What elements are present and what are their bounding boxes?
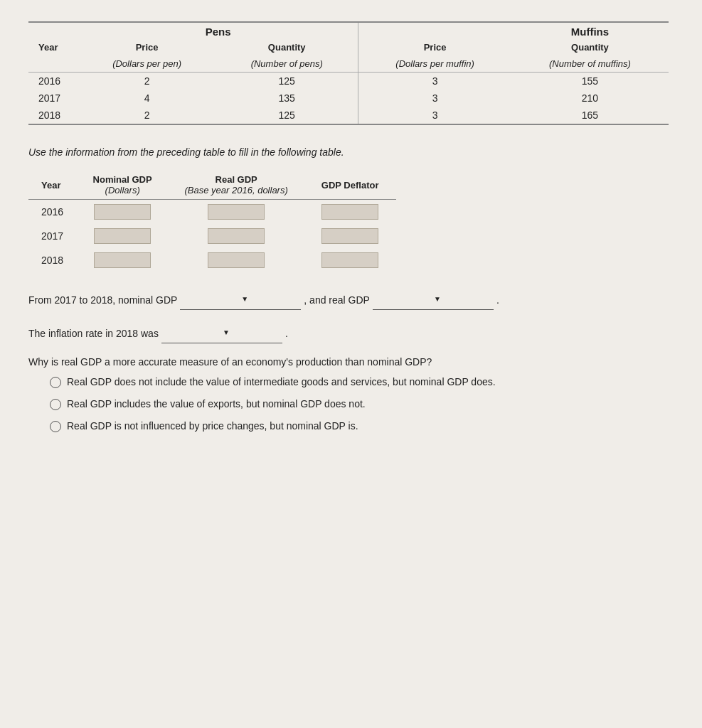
- fill-table-section: Year Nominal GDP (Dollars) Real GDP (Bas…: [28, 171, 396, 272]
- inflation-dropdown-value: [164, 323, 221, 343]
- year-sub: [28, 55, 78, 73]
- fill-real-unit: (Base year 2016, dollars): [181, 185, 291, 196]
- nominal-gdp-input-cell: [76, 200, 169, 225]
- pen-price-cell: 4: [78, 90, 216, 107]
- radio-option-0[interactable]: Real GDP does not include the value of i…: [28, 376, 674, 388]
- dropdown-arrow-1: ▼: [241, 292, 298, 306]
- sentence1-suffix: .: [496, 290, 499, 310]
- real-gdp-input[interactable]: [208, 204, 265, 220]
- nominal-gdp-input[interactable]: [94, 252, 151, 268]
- nominal-gdp-input[interactable]: [94, 228, 151, 244]
- deflator-input-cell: [304, 224, 396, 248]
- dropdown-arrow-2: ▼: [434, 292, 491, 306]
- radio-circle-0[interactable]: [50, 377, 61, 388]
- sentence1-block: From 2017 to 2018, nominal GDP ▼ , and r…: [28, 289, 674, 310]
- muffin-price-header: Price: [358, 39, 511, 55]
- fill-nominal-unit: (Dollars): [89, 185, 156, 196]
- dropdown-arrow-3: ▼: [223, 326, 280, 340]
- nominal-gdp-input[interactable]: [94, 204, 151, 220]
- sentence1-line: From 2017 to 2018, nominal GDP ▼ , and r…: [28, 289, 674, 310]
- deflator-input-cell: [304, 200, 396, 225]
- top-table-row: 2016 2 125 3 155: [28, 73, 669, 90]
- fill-real-header: Real GDP: [181, 174, 291, 185]
- question-text: Why is real GDP a more accurate measure …: [28, 356, 674, 368]
- fill-table-row: 2016: [28, 200, 396, 225]
- sentence2-prefix: The inflation rate in 2018 was: [28, 323, 159, 343]
- instruction-text: Use the information from the preceding t…: [28, 146, 674, 158]
- year-header: Year: [28, 39, 78, 55]
- fill-year-cell: 2017: [28, 224, 76, 248]
- real-gdp-input[interactable]: [208, 252, 265, 268]
- pen-price-header: Price: [78, 39, 216, 55]
- deflator-input[interactable]: [321, 204, 378, 220]
- real-gdp-input-cell: [169, 248, 304, 272]
- deflator-input-cell: [304, 248, 396, 272]
- radio-circle-2[interactable]: [50, 421, 61, 432]
- fill-deflator-header: GDP Deflator: [304, 171, 396, 199]
- top-table-row: 2017 4 135 3 210: [28, 90, 669, 107]
- top-year-cell: 2017: [28, 90, 78, 107]
- nominal-gdp-input-cell: [76, 248, 169, 272]
- fill-year-cell: 2016: [28, 200, 76, 225]
- pen-price-unit: (Dollars per pen): [78, 55, 216, 73]
- real-gdp-dropdown[interactable]: ▼: [373, 289, 494, 310]
- radio-option-1[interactable]: Real GDP includes the value of exports, …: [28, 398, 674, 410]
- fill-table-row: 2018: [28, 248, 396, 272]
- sentence2-line: The inflation rate in 2018 was ▼ .: [28, 323, 674, 343]
- pen-qty-unit: (Number of pens): [216, 55, 358, 73]
- radio-circle-1[interactable]: [50, 399, 61, 410]
- pen-price-cell: 2: [78, 73, 216, 90]
- muffin-qty-unit: (Number of muffins): [511, 55, 669, 73]
- deflator-input[interactable]: [321, 252, 378, 268]
- top-table-row: 2018 2 125 3 165: [28, 107, 669, 124]
- data-table-section: Pens Muffins Year Price Quantity Price Q…: [28, 21, 674, 125]
- sentence1-prefix: From 2017 to 2018, nominal GDP: [28, 290, 177, 310]
- real-gdp-input-cell: [169, 200, 304, 225]
- sentence1-middle: , and real GDP: [304, 290, 370, 310]
- radio-label-0: Real GDP does not include the value of i…: [67, 376, 496, 387]
- sentence2-suffix: .: [285, 323, 288, 343]
- pens-group-header: Pens: [78, 22, 358, 39]
- fill-table-row: 2017: [28, 224, 396, 248]
- top-year-cell: 2016: [28, 73, 78, 90]
- question-block: Why is real GDP a more accurate measure …: [28, 356, 674, 432]
- pen-qty-cell: 125: [216, 107, 358, 124]
- fill-year-header: Year: [28, 171, 76, 199]
- deflator-input[interactable]: [321, 228, 378, 244]
- nominal-gdp-dropdown[interactable]: ▼: [180, 289, 301, 310]
- nominal-gdp-input-cell: [76, 224, 169, 248]
- muffin-price-cell: 3: [358, 90, 511, 107]
- inflation-dropdown[interactable]: ▼: [161, 323, 282, 343]
- fill-nominal-header: Nominal GDP: [89, 174, 156, 185]
- muffin-price-cell: 3: [358, 73, 511, 90]
- sentence2-block: The inflation rate in 2018 was ▼ .: [28, 323, 674, 343]
- real-gdp-input[interactable]: [208, 228, 265, 244]
- pen-qty-header: Quantity: [216, 39, 358, 55]
- muffins-group-header: Muffins: [511, 22, 669, 39]
- muffin-qty-cell: 155: [511, 73, 669, 90]
- muffin-price-cell: 3: [358, 107, 511, 124]
- top-year-cell: 2018: [28, 107, 78, 124]
- fill-year-cell: 2018: [28, 248, 76, 272]
- radio-label-2: Real GDP is not influenced by price chan…: [67, 420, 358, 432]
- radio-option-2[interactable]: Real GDP is not influenced by price chan…: [28, 420, 674, 432]
- muffin-qty-cell: 210: [511, 90, 669, 107]
- nominal-gdp-dropdown-value: [183, 289, 240, 309]
- real-gdp-input-cell: [169, 224, 304, 248]
- real-gdp-dropdown-value: [376, 289, 432, 309]
- pen-qty-cell: 125: [216, 73, 358, 90]
- muffin-qty-header: Quantity: [511, 39, 669, 55]
- muffin-qty-cell: 165: [511, 107, 669, 124]
- muffin-price-unit: (Dollars per muffin): [358, 55, 511, 73]
- pen-qty-cell: 135: [216, 90, 358, 107]
- pen-price-cell: 2: [78, 107, 216, 124]
- radio-label-1: Real GDP includes the value of exports, …: [67, 398, 366, 410]
